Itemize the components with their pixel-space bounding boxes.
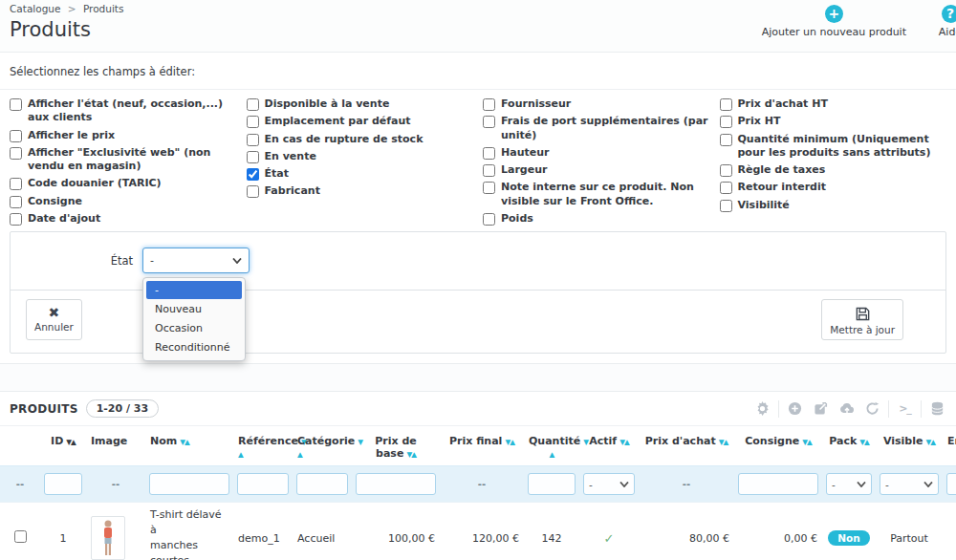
header-nom[interactable]: Nom▼▲: [145, 426, 233, 466]
add-icon[interactable]: [782, 398, 808, 420]
header-pack[interactable]: Pack▼▲: [822, 426, 876, 466]
settings-icon[interactable]: [750, 398, 775, 420]
checkbox[interactable]: [247, 116, 259, 128]
help-button[interactable]: ? Aide: [931, 5, 956, 38]
checkbox[interactable]: [720, 116, 732, 128]
sort-asc-icon[interactable]: ▲: [807, 438, 812, 446]
cb-disponible-vente[interactable]: Disponible à la vente: [247, 97, 474, 111]
filter-quantite-input[interactable]: [528, 473, 576, 495]
row-checkbox[interactable]: [14, 530, 27, 543]
header-prix-final[interactable]: Prix final▼▲: [440, 426, 524, 466]
checkbox[interactable]: [247, 168, 259, 181]
checkbox[interactable]: [483, 116, 495, 128]
cb-regle-taxes[interactable]: Règle de taxes: [720, 163, 947, 177]
header-categorie[interactable]: Catégorie▼ ▲: [293, 426, 352, 466]
filter-cut-input[interactable]: [946, 473, 956, 495]
cb-emplacement-defaut[interactable]: Emplacement par défaut: [247, 115, 474, 128]
checkbox[interactable]: [10, 147, 22, 160]
checkbox[interactable]: [10, 178, 22, 190]
etat-select[interactable]: -: [142, 248, 250, 273]
sort-asc-icon[interactable]: ▲: [185, 438, 189, 446]
checkbox[interactable]: [483, 98, 495, 111]
filter-categorie-input[interactable]: [296, 473, 348, 495]
filter-prix-base-input[interactable]: [356, 473, 436, 495]
cb-visibilite[interactable]: Visibilité: [720, 199, 947, 212]
add-product-button[interactable]: + Ajouter un nouveau produit: [762, 5, 906, 38]
sort-asc-icon[interactable]: ▲: [411, 450, 416, 459]
sort-desc-icon[interactable]: ▼: [583, 438, 588, 446]
cb-quantite-minimum[interactable]: Quantité minimum (Uniquement pour les pr…: [720, 133, 947, 161]
filter-reference-input[interactable]: [237, 473, 289, 495]
checkbox[interactable]: [247, 134, 259, 146]
cb-en-vente[interactable]: En vente: [247, 150, 474, 163]
cell-actif[interactable]: ✓: [579, 503, 639, 560]
cb-prix-achat-ht[interactable]: Prix d'achat HT: [720, 97, 947, 111]
filter-id-input[interactable]: [44, 473, 82, 495]
cb-prix-ht[interactable]: Prix HT: [720, 115, 947, 128]
etat-option-nouveau[interactable]: Nouveau: [146, 300, 242, 318]
checkbox[interactable]: [10, 213, 22, 226]
etat-option-dash[interactable]: -: [146, 281, 242, 299]
cb-exclusivite-web[interactable]: Afficher "Exclusivité web" (non vendu en…: [10, 146, 237, 174]
sort-asc-icon[interactable]: ▲: [723, 438, 728, 446]
checkbox[interactable]: [720, 200, 732, 212]
cancel-button[interactable]: ✖ Annuler: [26, 299, 82, 340]
cb-frais-port[interactable]: Frais de port supplémentaires (par unité…: [483, 115, 710, 142]
cb-rupture-stock[interactable]: En cas de rupture de stock: [247, 133, 474, 146]
sort-desc-icon[interactable]: ▼: [358, 438, 362, 446]
checkbox[interactable]: [720, 164, 732, 177]
filter-visible-select[interactable]: -: [880, 473, 939, 495]
cb-code-douanier[interactable]: Code douanier (TARIC): [10, 177, 237, 190]
sort-asc-icon[interactable]: ▲: [510, 438, 514, 446]
header-reference[interactable]: Référence▼ ▲: [233, 426, 293, 466]
sort-asc-icon[interactable]: ▲: [550, 450, 554, 459]
product-thumbnail[interactable]: [91, 516, 125, 560]
database-icon[interactable]: [924, 398, 950, 420]
checkbox[interactable]: [247, 151, 259, 163]
sort-asc-icon[interactable]: ▲: [624, 438, 629, 446]
checkbox[interactable]: [10, 196, 22, 208]
checkbox[interactable]: [247, 185, 259, 198]
cb-date-ajout[interactable]: Date d'ajout: [10, 212, 237, 226]
sort-asc-icon[interactable]: ▲: [238, 450, 243, 459]
etat-option-occasion[interactable]: Occasion: [146, 319, 242, 337]
header-quantite[interactable]: Quantité▼ ▲: [524, 426, 579, 466]
checkbox[interactable]: [720, 134, 732, 146]
cb-afficher-etat[interactable]: Afficher l'état (neuf, occasion,...) aux…: [10, 97, 237, 125]
update-button[interactable]: Mettre à jour: [821, 299, 903, 340]
etat-option-reconditionne[interactable]: Reconditionné: [146, 338, 242, 356]
cell-nom[interactable]: T-shirt délavé àmanches courtes: [145, 503, 233, 560]
active-check-icon[interactable]: ✓: [604, 531, 615, 546]
filter-consigne-input[interactable]: [738, 473, 818, 495]
cell-image[interactable]: [86, 503, 145, 560]
sort-asc-icon[interactable]: ▲: [297, 450, 302, 459]
cb-note-interne[interactable]: Note interne sur ce produit. Non visible…: [483, 181, 710, 208]
header-prix-base[interactable]: Prix de base▼▲: [352, 426, 440, 466]
cb-etat[interactable]: État: [247, 167, 474, 181]
header-consigne[interactable]: Consigne▼▲: [734, 426, 822, 466]
breadcrumb-catalogue[interactable]: Catalogue: [10, 3, 60, 14]
refresh-icon[interactable]: [859, 398, 885, 420]
export-icon[interactable]: [808, 398, 834, 420]
header-prix-achat[interactable]: Prix d'achat▼▲: [639, 426, 734, 466]
cb-consigne[interactable]: Consigne: [10, 195, 237, 208]
checkbox[interactable]: [483, 164, 495, 177]
sort-asc-icon[interactable]: ▲: [864, 438, 869, 446]
cb-retour-interdit[interactable]: Retour interdit: [720, 181, 947, 194]
cb-fabricant[interactable]: Fabricant: [247, 184, 474, 198]
filter-nom-input[interactable]: [149, 473, 229, 495]
sql-query-icon[interactable]: >_: [892, 398, 918, 420]
checkbox[interactable]: [483, 182, 495, 194]
cb-hauteur[interactable]: Hauteur: [483, 146, 710, 160]
checkbox[interactable]: [720, 98, 732, 111]
sort-asc-icon[interactable]: ▲: [930, 438, 935, 446]
checkbox[interactable]: [483, 147, 495, 160]
header-actif[interactable]: Actif▼▲: [579, 426, 639, 466]
breadcrumb-produits[interactable]: Produits: [83, 3, 123, 14]
filter-actif-select[interactable]: -: [583, 473, 635, 495]
cb-afficher-prix[interactable]: Afficher le prix: [10, 129, 237, 142]
sort-asc-icon[interactable]: ▲: [71, 438, 76, 446]
import-icon[interactable]: [834, 398, 859, 420]
filter-pack-select[interactable]: -: [826, 473, 872, 495]
header-id[interactable]: ID▼▲: [40, 426, 86, 466]
